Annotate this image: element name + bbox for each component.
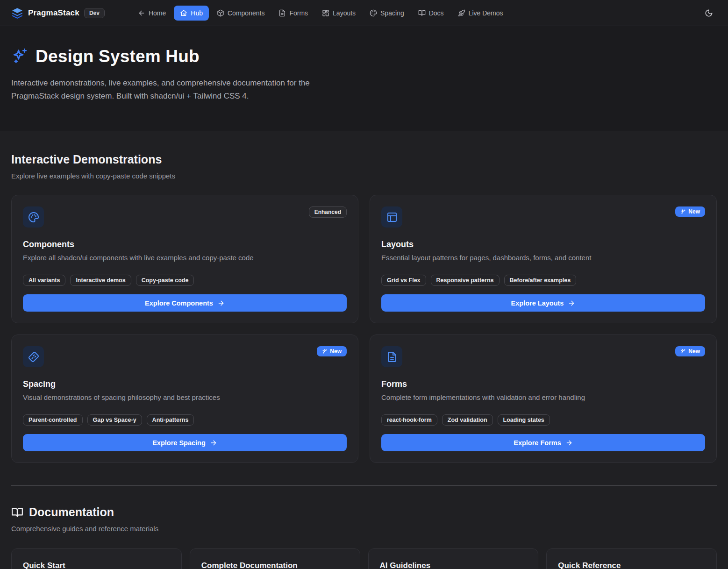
doc-card-title: Quick Start	[23, 561, 170, 569]
demos-section-title: Interactive Demonstrations	[11, 153, 717, 166]
arrow-left-icon	[138, 9, 145, 17]
demo-card-layouts: New Layouts Essential layout patterns fo…	[370, 195, 717, 323]
top-navbar: PragmaStack Dev Home Hub Components Form	[0, 0, 728, 26]
tag-chip: Before/after examples	[504, 275, 577, 286]
tag-row: Grid vs Flex Responsive patterns Before/…	[381, 275, 705, 286]
tag-chip: Anti-patterns	[147, 414, 194, 426]
doc-card-title: Quick Reference	[558, 561, 705, 569]
sparkles-icon	[11, 48, 29, 65]
nav-item-forms[interactable]: Forms	[272, 6, 314, 21]
demo-card-forms: New Forms Complete form implementations …	[370, 334, 717, 463]
tag-chip: Grid vs Flex	[381, 275, 426, 286]
palette-icon	[370, 9, 377, 17]
book-open-icon	[11, 506, 23, 519]
layout-grid-icon	[322, 9, 329, 17]
tag-row: react-hook-form Zod validation Loading s…	[381, 414, 705, 426]
tag-row: Parent-controlled Gap vs Space-y Anti-pa…	[23, 414, 347, 426]
panels-top-left-icon	[381, 206, 402, 228]
new-badge: New	[675, 206, 705, 217]
status-badge: Enhanced	[309, 206, 347, 218]
section-divider	[11, 485, 717, 486]
file-text-icon	[278, 9, 286, 17]
demos-section-subtitle: Explore live examples with copy-paste co…	[11, 172, 717, 180]
env-badge: Dev	[84, 8, 105, 18]
tag-chip: Loading states	[498, 414, 550, 426]
book-open-icon	[418, 9, 426, 17]
sparkles-icon	[322, 349, 328, 354]
doc-card-title: AI Guidelines	[380, 561, 527, 569]
palette-icon	[23, 206, 44, 228]
main-nav: Home Hub Components Forms Layouts	[132, 6, 696, 21]
sparkles-icon	[680, 349, 686, 354]
brand-link[interactable]: PragmaStack	[11, 7, 79, 19]
file-text-icon	[381, 346, 402, 367]
tag-chip: Responsive patterns	[431, 275, 500, 286]
doc-card-grid: Quick Start 5-minute crash course Comple…	[11, 548, 717, 569]
tag-chip: Copy-paste code	[136, 275, 194, 286]
tag-chip: react-hook-form	[381, 414, 437, 426]
tag-chip: Zod validation	[442, 414, 493, 426]
tag-row: All variants Interactive demos Copy-past…	[23, 275, 347, 286]
doc-card-title: Complete Documentation	[201, 561, 349, 569]
main-content: Interactive Demonstrations Explore live …	[0, 153, 728, 569]
brand-name: PragmaStack	[28, 8, 79, 18]
nav-item-home[interactable]: Home	[132, 6, 172, 21]
arrow-right-icon	[565, 439, 573, 447]
card-title: Spacing	[23, 379, 347, 389]
ruler-icon	[23, 346, 44, 367]
rocket-icon	[458, 9, 465, 17]
doc-card-quick-start[interactable]: Quick Start 5-minute crash course	[11, 548, 182, 569]
explore-layouts-button[interactable]: Explore Layouts	[381, 294, 705, 312]
doc-card-ai-guidelines[interactable]: AI Guidelines Rules for AI code generati…	[368, 548, 539, 569]
explore-components-button[interactable]: Explore Components	[23, 294, 347, 312]
nav-item-components[interactable]: Components	[211, 6, 271, 21]
nav-item-hub[interactable]: Hub	[174, 6, 209, 21]
explore-spacing-button[interactable]: Explore Spacing	[23, 434, 347, 451]
page-title: Design System Hub	[36, 47, 200, 66]
card-title: Components	[23, 240, 347, 249]
card-description: Explore all shadcn/ui components with li…	[23, 254, 347, 262]
doc-card-quick-reference[interactable]: Quick Reference Cheat sheet for lookups	[546, 548, 717, 569]
home-icon	[180, 9, 187, 17]
page-subtitle: Interactive demonstrations, live example…	[11, 77, 357, 103]
demo-card-components: Enhanced Components Explore all shadcn/u…	[11, 195, 358, 323]
tag-chip: Parent-controlled	[23, 414, 83, 426]
demo-card-grid: Enhanced Components Explore all shadcn/u…	[11, 195, 717, 463]
arrow-right-icon	[210, 439, 217, 447]
tag-chip: All variants	[23, 275, 65, 286]
theme-toggle-button[interactable]	[701, 5, 717, 21]
arrow-right-icon	[217, 299, 225, 307]
doc-card-complete-documentation[interactable]: Complete Documentation Full design syste…	[190, 548, 360, 569]
box-icon	[217, 9, 224, 17]
docs-section-subtitle: Comprehensive guides and reference mater…	[11, 525, 717, 533]
layers-logo-icon	[11, 7, 23, 19]
explore-forms-button[interactable]: Explore Forms	[381, 434, 705, 451]
docs-section-title: Documentation	[11, 505, 717, 519]
new-badge: New	[317, 346, 347, 356]
card-title: Layouts	[381, 240, 705, 249]
nav-item-spacing[interactable]: Spacing	[364, 6, 410, 21]
tag-chip: Interactive demos	[70, 275, 131, 286]
arrow-right-icon	[568, 299, 575, 307]
nav-item-layouts[interactable]: Layouts	[316, 6, 362, 21]
card-title: Forms	[381, 379, 705, 389]
moon-icon	[705, 9, 713, 17]
new-badge: New	[675, 346, 705, 356]
hero-section: Design System Hub Interactive demonstrat…	[0, 26, 728, 131]
sparkles-icon	[680, 209, 686, 214]
demo-card-spacing: New Spacing Visual demonstrations of spa…	[11, 334, 358, 463]
nav-item-live-demos[interactable]: Live Demos	[452, 6, 509, 21]
tag-chip: Gap vs Space-y	[87, 414, 142, 426]
card-description: Essential layout patterns for pages, das…	[381, 254, 705, 262]
card-description: Visual demonstrations of spacing philoso…	[23, 393, 347, 401]
nav-item-docs[interactable]: Docs	[412, 6, 450, 21]
card-description: Complete form implementations with valid…	[381, 393, 705, 401]
